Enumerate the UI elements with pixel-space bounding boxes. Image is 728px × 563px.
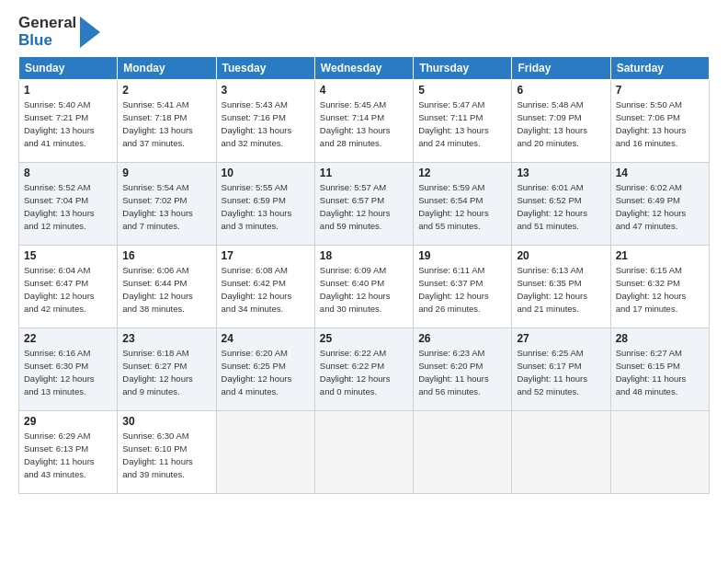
col-saturday: Saturday xyxy=(610,57,709,80)
day-number: 28 xyxy=(616,332,704,345)
day-number: 22 xyxy=(24,332,112,345)
table-row xyxy=(610,411,709,494)
table-row: 22Sunrise: 6:16 AMSunset: 6:30 PMDayligh… xyxy=(19,328,118,411)
day-info: Sunrise: 6:29 AMSunset: 6:13 PMDaylight:… xyxy=(24,430,112,480)
calendar-page: General Blue Sunday Monday Tuesday Wedne… xyxy=(0,0,728,563)
table-row xyxy=(314,411,413,494)
day-number: 30 xyxy=(122,415,210,428)
day-number: 3 xyxy=(222,84,310,97)
day-info: Sunrise: 6:18 AMSunset: 6:27 PMDaylight:… xyxy=(122,347,210,397)
table-row: 14Sunrise: 6:02 AMSunset: 6:49 PMDayligh… xyxy=(610,163,709,246)
day-number: 19 xyxy=(418,249,506,262)
day-number: 27 xyxy=(517,332,605,345)
day-number: 9 xyxy=(122,167,210,179)
day-number: 15 xyxy=(24,249,112,262)
table-row: 13Sunrise: 6:01 AMSunset: 6:52 PMDayligh… xyxy=(512,163,610,246)
day-number: 29 xyxy=(24,415,112,428)
day-info: Sunrise: 6:04 AMSunset: 6:47 PMDaylight:… xyxy=(24,264,112,315)
day-number: 12 xyxy=(418,167,506,179)
table-row: 6Sunrise: 5:48 AMSunset: 7:09 PMDaylight… xyxy=(512,80,610,163)
table-row: 5Sunrise: 5:47 AMSunset: 7:11 PMDaylight… xyxy=(414,80,512,163)
table-row: 4Sunrise: 5:45 AMSunset: 7:14 PMDaylight… xyxy=(314,80,413,163)
calendar-table: Sunday Monday Tuesday Wednesday Thursday… xyxy=(18,56,710,494)
day-info: Sunrise: 5:50 AMSunset: 7:06 PMDaylight:… xyxy=(616,98,704,149)
day-info: Sunrise: 6:27 AMSunset: 6:15 PMDaylight:… xyxy=(616,347,704,397)
day-info: Sunrise: 5:40 AMSunset: 7:21 PMDaylight:… xyxy=(24,98,112,149)
day-info: Sunrise: 5:59 AMSunset: 6:54 PMDaylight:… xyxy=(418,181,506,232)
day-info: Sunrise: 6:01 AMSunset: 6:52 PMDaylight:… xyxy=(517,181,605,232)
calendar-week-row: 1Sunrise: 5:40 AMSunset: 7:21 PMDaylight… xyxy=(19,80,710,163)
day-info: Sunrise: 6:09 AMSunset: 6:40 PMDaylight:… xyxy=(320,264,408,315)
table-row xyxy=(512,411,610,494)
day-info: Sunrise: 5:41 AMSunset: 7:18 PMDaylight:… xyxy=(122,98,210,149)
logo-arrow-icon xyxy=(80,17,100,48)
col-monday: Monday xyxy=(118,57,216,80)
day-number: 24 xyxy=(222,332,310,345)
day-number: 1 xyxy=(24,84,112,97)
table-row: 20Sunrise: 6:13 AMSunset: 6:35 PMDayligh… xyxy=(512,246,610,328)
table-row: 2Sunrise: 5:41 AMSunset: 7:18 PMDaylight… xyxy=(118,80,216,163)
table-row: 15Sunrise: 6:04 AMSunset: 6:47 PMDayligh… xyxy=(19,246,118,328)
table-row: 23Sunrise: 6:18 AMSunset: 6:27 PMDayligh… xyxy=(118,328,216,411)
table-row: 16Sunrise: 6:06 AMSunset: 6:44 PMDayligh… xyxy=(118,246,216,328)
day-info: Sunrise: 6:16 AMSunset: 6:30 PMDaylight:… xyxy=(24,347,112,397)
calendar-week-row: 22Sunrise: 6:16 AMSunset: 6:30 PMDayligh… xyxy=(19,328,710,411)
day-info: Sunrise: 5:43 AMSunset: 7:16 PMDaylight:… xyxy=(222,98,310,149)
day-info: Sunrise: 6:15 AMSunset: 6:32 PMDaylight:… xyxy=(616,264,704,315)
day-info: Sunrise: 6:08 AMSunset: 6:42 PMDaylight:… xyxy=(222,264,310,315)
day-info: Sunrise: 6:06 AMSunset: 6:44 PMDaylight:… xyxy=(122,264,210,315)
day-number: 2 xyxy=(122,84,210,97)
day-number: 14 xyxy=(616,167,704,179)
col-friday: Friday xyxy=(512,57,610,80)
col-tuesday: Tuesday xyxy=(216,57,314,80)
day-number: 21 xyxy=(616,249,704,262)
table-row: 17Sunrise: 6:08 AMSunset: 6:42 PMDayligh… xyxy=(216,246,314,328)
day-number: 20 xyxy=(517,249,605,262)
table-row: 29Sunrise: 6:29 AMSunset: 6:13 PMDayligh… xyxy=(19,411,118,494)
table-row: 9Sunrise: 5:54 AMSunset: 7:02 PMDaylight… xyxy=(118,163,216,246)
calendar-week-row: 8Sunrise: 5:52 AMSunset: 7:04 PMDaylight… xyxy=(19,163,710,246)
table-row: 27Sunrise: 6:25 AMSunset: 6:17 PMDayligh… xyxy=(512,328,610,411)
table-row: 12Sunrise: 5:59 AMSunset: 6:54 PMDayligh… xyxy=(414,163,512,246)
day-number: 4 xyxy=(320,84,408,97)
col-wednesday: Wednesday xyxy=(314,57,413,80)
day-number: 6 xyxy=(517,84,605,97)
day-number: 5 xyxy=(418,84,506,97)
day-info: Sunrise: 6:20 AMSunset: 6:25 PMDaylight:… xyxy=(222,347,310,397)
day-number: 18 xyxy=(320,249,408,262)
table-row: 1Sunrise: 5:40 AMSunset: 7:21 PMDaylight… xyxy=(19,80,118,163)
table-row: 7Sunrise: 5:50 AMSunset: 7:06 PMDaylight… xyxy=(610,80,709,163)
day-number: 25 xyxy=(320,332,408,345)
calendar-header-row: Sunday Monday Tuesday Wednesday Thursday… xyxy=(19,57,710,80)
day-info: Sunrise: 5:54 AMSunset: 7:02 PMDaylight:… xyxy=(122,181,210,232)
day-number: 10 xyxy=(222,167,310,179)
table-row: 21Sunrise: 6:15 AMSunset: 6:32 PMDayligh… xyxy=(610,246,709,328)
day-number: 17 xyxy=(222,249,310,262)
day-number: 16 xyxy=(122,249,210,262)
table-row: 18Sunrise: 6:09 AMSunset: 6:40 PMDayligh… xyxy=(314,246,413,328)
day-info: Sunrise: 6:30 AMSunset: 6:10 PMDaylight:… xyxy=(122,430,210,480)
day-info: Sunrise: 6:22 AMSunset: 6:22 PMDaylight:… xyxy=(320,347,408,397)
day-info: Sunrise: 6:23 AMSunset: 6:20 PMDaylight:… xyxy=(418,347,506,397)
col-sunday: Sunday xyxy=(19,57,118,80)
header: General Blue xyxy=(18,15,710,49)
table-row: 19Sunrise: 6:11 AMSunset: 6:37 PMDayligh… xyxy=(414,246,512,328)
day-number: 8 xyxy=(24,167,112,179)
calendar-week-row: 15Sunrise: 6:04 AMSunset: 6:47 PMDayligh… xyxy=(19,246,710,328)
table-row: 3Sunrise: 5:43 AMSunset: 7:16 PMDaylight… xyxy=(216,80,314,163)
day-info: Sunrise: 6:13 AMSunset: 6:35 PMDaylight:… xyxy=(517,264,605,315)
table-row: 11Sunrise: 5:57 AMSunset: 6:57 PMDayligh… xyxy=(314,163,413,246)
table-row: 26Sunrise: 6:23 AMSunset: 6:20 PMDayligh… xyxy=(414,328,512,411)
logo: General Blue xyxy=(18,15,100,49)
col-thursday: Thursday xyxy=(414,57,512,80)
table-row: 25Sunrise: 6:22 AMSunset: 6:22 PMDayligh… xyxy=(314,328,413,411)
table-row xyxy=(414,411,512,494)
day-number: 7 xyxy=(616,84,704,97)
table-row: 28Sunrise: 6:27 AMSunset: 6:15 PMDayligh… xyxy=(610,328,709,411)
day-info: Sunrise: 5:57 AMSunset: 6:57 PMDaylight:… xyxy=(320,181,408,232)
table-row: 24Sunrise: 6:20 AMSunset: 6:25 PMDayligh… xyxy=(216,328,314,411)
day-number: 23 xyxy=(122,332,210,345)
table-row xyxy=(216,411,314,494)
table-row: 10Sunrise: 5:55 AMSunset: 6:59 PMDayligh… xyxy=(216,163,314,246)
calendar-week-row: 29Sunrise: 6:29 AMSunset: 6:13 PMDayligh… xyxy=(19,411,710,494)
